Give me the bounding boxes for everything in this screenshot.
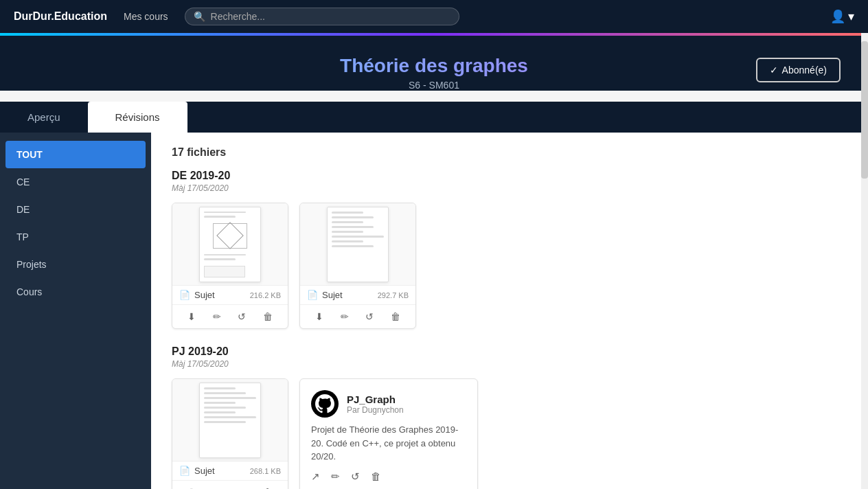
sidebar-item-de[interactable]: DE xyxy=(0,196,151,223)
doc-line xyxy=(204,392,246,394)
sidebar-item-cours[interactable]: Cours xyxy=(0,278,151,306)
tab-spacer xyxy=(187,102,868,133)
brand-logo[interactable]: DurDur.Education xyxy=(14,10,107,23)
doc-line xyxy=(332,221,363,223)
doc-preview-2 xyxy=(327,207,389,282)
github-logo-icon xyxy=(315,394,334,413)
scrollbar-thumb[interactable] xyxy=(861,41,868,179)
file-thumbnail-2 xyxy=(300,203,415,286)
doc-line xyxy=(332,240,363,242)
delete-icon-2[interactable]: 🗑 xyxy=(389,309,402,324)
tabs-container: Aperçu Révisions xyxy=(0,102,868,133)
file-actions-1: ⬇ ✏ ↺ 🗑 xyxy=(172,305,288,328)
search-bar: 🔍 xyxy=(185,8,459,25)
file-actions-2: ⬇ ✏ ↺ 🗑 xyxy=(300,305,415,328)
hero-section: Théorie des graphes S6 - SM601 ✓ Abonné(… xyxy=(0,36,868,91)
user-menu[interactable]: 👤 ▾ xyxy=(830,9,854,24)
doc-line xyxy=(204,254,246,256)
chevron-down-icon: ▾ xyxy=(848,9,854,24)
search-input[interactable] xyxy=(211,11,450,22)
history-github-icon[interactable]: ↺ xyxy=(351,470,360,483)
download-icon-3[interactable]: ⬇ xyxy=(185,485,198,489)
doc-line xyxy=(204,216,236,218)
github-author: Par Dugnychon xyxy=(347,405,404,415)
doc-preview-3 xyxy=(199,383,261,458)
pdf-icon-3: 📄 xyxy=(179,466,190,476)
section-date-pj: Màj 17/05/2020 xyxy=(172,359,847,369)
cards-row-de: 📄 Sujet 216.2 KB ⬇ ✏ ↺ 🗑 xyxy=(172,203,847,329)
doc-line xyxy=(204,407,246,409)
section-title-pj: PJ 2019-20 xyxy=(172,345,847,358)
doc-line xyxy=(204,402,236,404)
doc-line xyxy=(332,212,363,214)
user-icon: 👤 xyxy=(830,9,845,24)
doc-line xyxy=(204,416,256,418)
sidebar-item-tout[interactable]: TOUT xyxy=(5,141,146,168)
sidebar-item-tp[interactable]: TP xyxy=(0,223,151,251)
history-icon-1[interactable]: ↺ xyxy=(236,309,248,324)
history-icon-3[interactable]: ↺ xyxy=(236,485,248,489)
github-repo-info: PJ_Graph Par Dugnychon xyxy=(347,394,404,415)
tab-apercu[interactable]: Aperçu xyxy=(0,102,88,133)
edit-icon-1[interactable]: ✏ xyxy=(211,309,223,324)
doc-line xyxy=(204,411,236,413)
delete-icon-3[interactable]: 🗑 xyxy=(261,485,275,489)
file-thumbnail-3 xyxy=(172,379,288,462)
scrollbar[interactable] xyxy=(861,0,868,489)
file-actions-3: ⬇ ✏ ↺ 🗑 xyxy=(172,481,288,489)
delete-icon-1[interactable]: 🗑 xyxy=(261,309,275,324)
file-name-3: Sujet xyxy=(194,466,215,476)
file-thumbnail-1 xyxy=(172,203,288,286)
section-pj-2019-20: PJ 2019-20 Màj 17/05/2020 xyxy=(172,345,847,489)
doc-line xyxy=(204,212,246,214)
download-icon-1[interactable]: ⬇ xyxy=(185,309,198,324)
sidebar: TOUT CE DE TP Projets Cours xyxy=(0,133,151,489)
subscribe-button[interactable]: ✓ Abonné(e) xyxy=(756,58,841,82)
file-info-2: 📄 Sujet 292.7 KB xyxy=(300,286,415,305)
file-label-2: 📄 Sujet xyxy=(307,290,343,300)
doc-line xyxy=(204,387,236,389)
content-area: 17 fichiers DE 2019-20 Màj 17/05/2020 xyxy=(151,133,868,489)
file-info-3: 📄 Sujet 268.1 KB xyxy=(172,462,288,481)
history-icon-2[interactable]: ↺ xyxy=(363,309,376,324)
file-info-1: 📄 Sujet 216.2 KB xyxy=(172,286,288,305)
files-label: fichiers xyxy=(187,146,226,158)
file-size-2: 292.7 KB xyxy=(378,291,409,299)
cards-row-pj: 📄 Sujet 268.1 KB ⬇ ✏ ↺ 🗑 xyxy=(172,378,847,489)
edit-icon-2[interactable]: ✏ xyxy=(339,309,351,324)
file-label-1: 📄 Sujet xyxy=(179,290,215,300)
files-number: 17 xyxy=(172,146,184,158)
download-icon-2[interactable]: ⬇ xyxy=(313,309,326,324)
external-link-icon[interactable]: ↗ xyxy=(311,470,320,483)
sidebar-item-projets[interactable]: Projets xyxy=(0,251,151,278)
mes-cours-link[interactable]: Mes cours xyxy=(124,11,168,22)
doc-line xyxy=(332,226,374,228)
doc-line xyxy=(332,231,363,233)
file-card-3: 📄 Sujet 268.1 KB ⬇ ✏ ↺ 🗑 xyxy=(172,378,288,489)
pdf-icon-1: 📄 xyxy=(179,290,190,300)
edit-github-icon[interactable]: ✏ xyxy=(331,470,340,483)
navbar: DurDur.Education Mes cours 🔍 👤 ▾ xyxy=(0,0,868,33)
github-card: PJ_Graph Par Dugnychon Projet de Théorie… xyxy=(299,378,478,489)
github-description: Projet de Théorie des Graphes 2019-20. C… xyxy=(311,423,466,464)
github-repo-name: PJ_Graph xyxy=(347,394,404,405)
github-card-header: PJ_Graph Par Dugnychon xyxy=(311,390,466,418)
file-label-3: 📄 Sujet xyxy=(179,466,215,476)
edit-icon-3[interactable]: ✏ xyxy=(211,485,223,489)
files-count: 17 fichiers xyxy=(172,146,847,159)
doc-line xyxy=(332,245,374,247)
main-content: TOUT CE DE TP Projets Cours 17 fichiers … xyxy=(0,133,868,489)
check-icon: ✓ xyxy=(770,65,778,76)
tab-revisions[interactable]: Révisions xyxy=(88,102,187,133)
section-title-de: DE 2019-20 xyxy=(172,170,847,182)
course-subtitle: S6 - SM601 xyxy=(14,80,854,91)
file-size-3: 268.1 KB xyxy=(250,467,281,475)
file-name-1: Sujet xyxy=(194,290,215,300)
delete-github-icon[interactable]: 🗑 xyxy=(371,470,381,482)
github-avatar xyxy=(311,390,339,418)
github-card-actions: ↗ ✏ ↺ 🗑 xyxy=(311,470,466,483)
section-date-de: Màj 17/05/2020 xyxy=(172,183,847,193)
sidebar-item-ce[interactable]: CE xyxy=(0,168,151,196)
file-size-1: 216.2 KB xyxy=(250,291,281,299)
file-name-2: Sujet xyxy=(322,290,343,300)
